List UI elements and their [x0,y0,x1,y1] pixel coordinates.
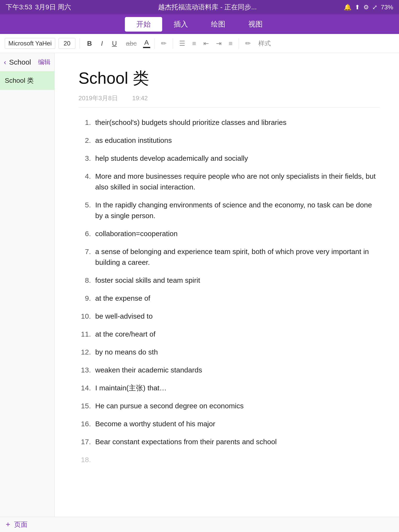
doc-date: 2019年3月8日 [78,94,118,102]
list-item-text: weaken their academic standards [95,365,380,375]
list-item-number: 15. [78,400,95,411]
list-item-number: 16. [78,418,95,429]
bold-button[interactable]: B [84,38,95,49]
list-item: 18. [78,454,380,465]
tab-draw[interactable]: 绘图 [200,17,237,32]
list-item-number: 5. [78,200,95,210]
list-item: 5.In the rapidly changing environments o… [78,200,380,221]
format-bar: Microsoft YaHei 20 B I U abc A ✏ ☰ ≡ ⇤ ⇥… [0,34,399,53]
outdent-button[interactable]: ⇤ [201,38,211,48]
content-area: School 类 2019年3月8日 19:42 1.their(school'… [55,53,399,517]
list-item-text: at the core/heart of [95,329,380,339]
document-title: School 类 [78,67,380,89]
align-button[interactable]: ≡ [227,39,234,48]
font-color-letter: A [144,39,149,46]
list-item-text: He can pursue a second degree on economi… [95,400,380,411]
list-item-number: 4. [78,171,95,182]
list-item: 4.More and more businesses require peopl… [78,171,380,192]
list-item-number: 17. [78,436,95,447]
font-name-selector[interactable]: Microsoft YaHei [5,38,55,49]
divider-2 [155,38,155,49]
list-item: 12.by no means do sth [78,347,380,357]
list-item-number: 13. [78,365,95,375]
strikethrough-button[interactable]: abc [123,38,139,49]
list-item-text: their(school's) budgets should prioritiz… [95,117,380,128]
list-item-text: a sense of belonging and experience team… [95,246,380,268]
list-item-text: foster social skills and team spirit [95,275,380,286]
list-item-number: 10. [78,311,95,322]
list-item: 7.a sense of belonging and experience te… [78,246,380,268]
list-item-text: More and more businesses require people … [95,171,380,192]
sidebar-item-school[interactable]: School 类 [0,71,54,90]
tab-insert[interactable]: 插入 [162,17,200,32]
bottom-bar: + 页面 [0,517,399,532]
color-indicator [143,47,150,48]
list-item-number: 11. [78,329,95,339]
notification-icon[interactable]: 🔔 [344,4,351,11]
numbered-list-button[interactable]: ≡ [190,39,198,48]
list-item: 11.at the core/heart of [78,329,380,339]
battery-display: 73% [381,4,393,11]
add-page-label[interactable]: 页面 [14,520,27,529]
highlight-button[interactable]: ✏ [159,38,168,48]
list-item-text: as education institutions [95,135,380,146]
list-item: 14.I maintain(主张) that… [78,382,380,393]
doc-time: 19:42 [132,95,148,102]
sidebar-title: School [9,58,35,66]
font-color-button[interactable]: A [143,39,150,48]
list-item-text: Become a worthy student of his major [95,418,380,429]
divider-3 [173,38,173,49]
sidebar: ‹ School 编辑 School 类 [0,53,55,517]
list-item-number: 8. [78,275,95,286]
list-item: 16.Become a worthy student of his major [78,418,380,429]
list-item-number: 14. [78,382,95,393]
list-item: 1.their(school's) budgets should priorit… [78,117,380,128]
list-item: 2.as education institutions [78,135,380,146]
settings-icon[interactable]: ⚙ [363,4,369,11]
fullscreen-icon[interactable]: ⤢ [372,4,377,11]
list-item-number: 1. [78,117,95,128]
list-item-text: by no means do sth [95,347,380,357]
list-item: 9.at the expense of [78,293,380,304]
italic-button[interactable]: I [98,38,106,49]
bullet-list-button[interactable]: ☰ [177,38,187,48]
list-item-text: I maintain(主张) that… [95,382,380,393]
list-item-number: 7. [78,246,95,257]
list-item-number: 6. [78,228,95,239]
tab-view[interactable]: 视图 [237,17,274,32]
list-item-number: 9. [78,293,95,304]
main-area: ‹ School 编辑 School 类 School 类 2019年3月8日 … [0,53,399,517]
list-item: 10.be well-advised to [78,311,380,322]
status-left: 下午3:53 3月9日 周六 [6,3,71,12]
list-item-number: 2. [78,135,95,146]
font-size-selector[interactable]: 20 [59,38,75,49]
underline-button[interactable]: U [109,38,120,49]
list-item: 17.Bear constant expectations from their… [78,436,380,447]
indent-button[interactable]: ⇥ [214,38,223,48]
status-bar: 下午3:53 3月9日 周六 越杰托福流动语料库 - 正在同步... 🔔 ⬆ ⚙… [0,0,399,14]
list-item-number: 3. [78,153,95,164]
add-page-icon[interactable]: + [6,520,10,529]
share-icon[interactable]: ⬆ [355,4,360,11]
edit-button[interactable]: 编辑 [38,58,51,66]
divider-1 [80,38,80,49]
list-item: 3.help students develop academically and… [78,153,380,164]
back-button[interactable]: ‹ [4,58,6,66]
list-item-number: 18. [78,454,95,465]
divider-4 [239,38,239,49]
pen-button[interactable]: ✏ [243,38,253,48]
list-item-text: collaboration=cooperation [95,228,380,239]
document-list: 1.their(school's) budgets should priorit… [78,117,380,465]
list-item-text: be well-advised to [95,311,380,322]
tab-start[interactable]: 开始 [125,17,162,32]
list-item-number: 12. [78,347,95,357]
list-item: 6.collaboration=cooperation [78,228,380,239]
date-display: 3月9日 周六 [35,3,71,12]
style-label[interactable]: 样式 [258,39,271,48]
list-item: 15.He can pursue a second degree on econ… [78,400,380,411]
list-item-text: Bear constant expectations from their pa… [95,436,380,447]
list-item-text: In the rapidly changing environments of … [95,200,380,221]
list-item-text: at the expense of [95,293,380,304]
list-item-text: help students develop academically and s… [95,153,380,164]
list-item: 13.weaken their academic standards [78,365,380,375]
